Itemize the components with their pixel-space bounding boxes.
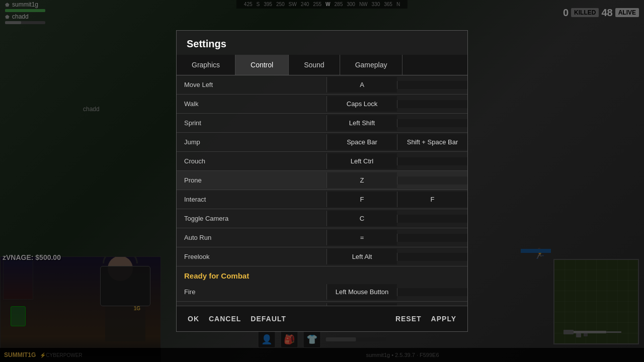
keybind-row-togglecamera: Toggle Camera C [177, 209, 467, 228]
settings-content[interactable]: Move Left A Walk Caps Lock Sprint Left S… [177, 75, 467, 306]
secondary-interact[interactable]: F [397, 192, 467, 207]
action-togglecamera: Toggle Camera [177, 211, 327, 226]
action-freelook: Freelook [177, 249, 327, 264]
ok-button[interactable]: OK [187, 312, 200, 325]
action-moveleft: Move Left [177, 77, 327, 93]
action-autorun: Auto Run [177, 230, 327, 245]
keybind-row-crouch: Crouch Left Ctrl [177, 152, 467, 171]
secondary-walk[interactable] [397, 100, 467, 108]
keybind-row-targeting: Targeting Right Mouse Button [177, 302, 467, 306]
keybind-row-prone: Prone Z [177, 171, 467, 190]
section-readyforcombat: Ready for Combat [177, 266, 467, 283]
secondary-moveleft[interactable] [397, 81, 467, 89]
action-interact: Interact [177, 192, 327, 207]
secondary-fire[interactable] [397, 288, 467, 296]
settings-tabs: Graphics Control Sound Gameplay [177, 55, 467, 75]
secondary-autorun[interactable] [397, 234, 467, 242]
tab-control[interactable]: Control [235, 55, 289, 75]
primary-autorun[interactable]: = [327, 230, 397, 245]
primary-fire[interactable]: Left Mouse Button [327, 284, 397, 300]
keybind-row-walk: Walk Caps Lock [177, 95, 467, 114]
default-button[interactable]: DEFAULT [250, 312, 287, 325]
primary-walk[interactable]: Caps Lock [327, 96, 397, 112]
primary-prone[interactable]: Z [327, 172, 397, 188]
keybind-row-fire: Fire Left Mouse Button [177, 283, 467, 302]
footer-right: RESET APPLY [394, 312, 457, 325]
primary-crouch[interactable]: Left Ctrl [327, 153, 397, 169]
primary-freelook[interactable]: Left Alt [327, 249, 397, 264]
keybind-row-autorun: Auto Run = [177, 228, 467, 247]
secondary-jump[interactable]: Shift + Space Bar [397, 134, 467, 150]
secondary-prone[interactable] [397, 176, 467, 185]
action-fire: Fire [177, 284, 327, 300]
tab-graphics[interactable]: Graphics [177, 55, 235, 75]
keybind-row-freelook: Freelook Left Alt [177, 247, 467, 266]
primary-interact[interactable]: F [327, 192, 397, 207]
secondary-crouch[interactable] [397, 157, 467, 165]
action-prone: Prone [177, 172, 327, 188]
primary-sprint[interactable]: Left Shift [327, 115, 397, 131]
tab-sound[interactable]: Sound [289, 55, 340, 75]
cancel-button[interactable]: CANCEL [208, 312, 242, 325]
action-jump: Jump [177, 134, 327, 150]
keybind-row-jump: Jump Space Bar Shift + Space Bar [177, 133, 467, 152]
tab-gameplay[interactable]: Gameplay [340, 55, 403, 75]
settings-footer: OK CANCEL DEFAULT RESET APPLY [177, 306, 467, 331]
action-sprint: Sprint [177, 115, 327, 131]
footer-left: OK CANCEL DEFAULT [187, 312, 287, 325]
secondary-togglecamera[interactable] [397, 215, 467, 223]
action-walk: Walk [177, 96, 327, 112]
settings-modal: Settings Graphics Control Sound Gameplay… [176, 30, 468, 332]
apply-button[interactable]: APPLY [430, 312, 457, 325]
keybind-row-interact: Interact F F [177, 190, 467, 209]
keybind-row-moveleft: Move Left A [177, 75, 467, 95]
action-crouch: Crouch [177, 153, 327, 169]
settings-title: Settings [177, 31, 467, 55]
secondary-sprint[interactable] [397, 119, 467, 127]
keybind-row-sprint: Sprint Left Shift [177, 114, 467, 133]
reset-button[interactable]: RESET [394, 312, 423, 325]
primary-moveleft[interactable]: A [327, 77, 397, 93]
primary-jump[interactable]: Space Bar [327, 134, 397, 150]
secondary-freelook[interactable] [397, 253, 467, 261]
modal-overlay: Settings Graphics Control Sound Gameplay… [0, 0, 644, 362]
primary-togglecamera[interactable]: C [327, 211, 397, 226]
